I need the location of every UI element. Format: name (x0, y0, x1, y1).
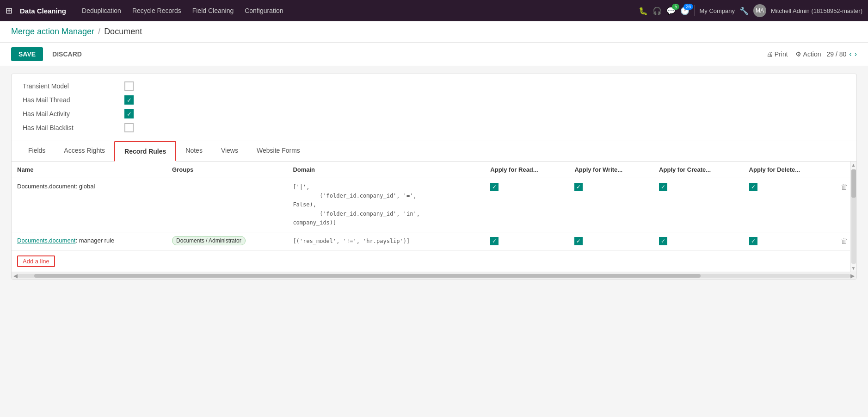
col-apply-delete: Apply for Delete... (744, 162, 832, 178)
row1-domain-text: ['|', ('folder_id.company_id', '=', Fals… (293, 184, 420, 226)
row2-delete-icon[interactable]: 🗑 (838, 236, 851, 246)
nav-links: Deduplication Recycle Records Field Clea… (77, 5, 631, 16)
has-mail-thread-label: Has Mail Thread (23, 96, 124, 104)
tab-views[interactable]: Views (212, 141, 247, 162)
has-mail-activity-label: Has Mail Activity (23, 110, 124, 118)
tab-website-forms[interactable]: Website Forms (247, 141, 309, 162)
chat-badge-wrap[interactable]: 💬 5 (666, 6, 676, 15)
save-button[interactable]: SAVE (11, 47, 43, 61)
hscroll-thumb[interactable] (34, 274, 701, 278)
row2-read-checkbox[interactable]: ✓ (490, 237, 499, 245)
vscroll-up[interactable]: ▲ (850, 162, 856, 168)
row1-write: ✓ (569, 178, 653, 232)
row1-write-checkbox[interactable]: ✓ (574, 183, 583, 191)
col-domain: Domain (287, 162, 485, 178)
apps-grid-icon[interactable]: ⊞ (6, 6, 12, 16)
add-line-row: Add a line (12, 251, 856, 272)
row2-name: Documents.document: manager rule (12, 232, 166, 250)
wrench-icon[interactable]: 🔧 (739, 6, 749, 15)
transient-model-checkbox[interactable] (124, 81, 134, 91)
bug-icon[interactable]: 🐛 (639, 6, 648, 15)
row2-groups-badge[interactable]: Documents / Administrator (172, 236, 246, 245)
vscroll-thumb[interactable] (851, 169, 856, 198)
tab-fields[interactable]: Fields (19, 141, 55, 162)
has-mail-blacklist-checkbox[interactable] (124, 123, 134, 132)
table-header-row: Name Groups Domain Apply for Read... App… (12, 162, 856, 178)
vscroll-track[interactable] (851, 169, 856, 264)
tab-record-rules[interactable]: Record Rules (114, 141, 176, 162)
row1-delete: ✓ (744, 178, 832, 232)
row2-write: ✓ (569, 232, 653, 250)
field-has-mail-thread: Has Mail Thread ✓ (23, 95, 845, 105)
top-navigation: ⊞ Data Cleaning Deduplication Recycle Re… (0, 0, 868, 21)
nav-field-cleaning[interactable]: Field Cleaning (188, 5, 239, 16)
row2-delete: ✓ (744, 232, 832, 250)
tab-notes[interactable]: Notes (176, 141, 212, 162)
breadcrumb-separator: / (98, 27, 100, 37)
nav-configuration[interactable]: Configuration (240, 5, 288, 16)
row2-read: ✓ (485, 232, 569, 250)
row2-create-checkbox[interactable]: ✓ (659, 237, 667, 245)
form-section: Transient Model Has Mail Thread ✓ Has Ma… (12, 74, 856, 141)
field-has-mail-blacklist: Has Mail Blacklist (23, 123, 845, 132)
row1-name-text: Documents.document: global (17, 183, 95, 190)
avatar[interactable]: MA (753, 4, 766, 17)
has-mail-blacklist-label: Has Mail Blacklist (23, 124, 124, 131)
pager: 29 / 80 ‹ › (827, 50, 857, 58)
discard-button[interactable]: DISCARD (49, 47, 86, 61)
pager-next[interactable]: › (855, 50, 857, 58)
row1-create-checkbox[interactable]: ✓ (659, 183, 667, 191)
row2-domain: [('res_model', '!=', 'hr.payslip')] (287, 232, 485, 250)
row1-name: Documents.document: global (12, 178, 166, 232)
has-mail-thread-checkbox[interactable]: ✓ (124, 95, 134, 105)
row1-read-checkbox[interactable]: ✓ (490, 183, 499, 191)
horizontal-scrollbar[interactable]: ◀ ▶ (12, 272, 856, 279)
row1-create: ✓ (653, 178, 743, 232)
tabs: Fields Access Rights Record Rules Notes … (12, 141, 856, 162)
field-transient-model: Transient Model (23, 81, 845, 91)
toolbar: SAVE DISCARD 🖨 Print ⚙ Action 29 / 80 ‹ … (0, 43, 868, 66)
has-mail-activity-checkbox[interactable]: ✓ (124, 109, 134, 118)
app-name: Data Cleaning (20, 7, 66, 15)
nav-recycle-records[interactable]: Recycle Records (128, 5, 186, 16)
add-line-button[interactable]: Add a line (17, 255, 55, 267)
headset-icon[interactable]: 🎧 (653, 6, 662, 15)
row2-name-suffix: : manager rule (75, 237, 114, 244)
row1-delete-checkbox[interactable]: ✓ (749, 183, 757, 191)
transient-model-label: Transient Model (23, 82, 124, 90)
row2-name-link[interactable]: Documents.document (17, 237, 75, 244)
vertical-scrollbar[interactable]: ▲ ▼ (850, 162, 856, 272)
clock-badge: 36 (683, 4, 693, 10)
user-name[interactable]: Mitchell Admin (18158952-master) (771, 7, 862, 14)
nav-deduplication[interactable]: Deduplication (77, 5, 126, 16)
company-name[interactable]: My Company (699, 7, 735, 14)
row2-create: ✓ (653, 232, 743, 250)
clock-badge-wrap[interactable]: 🕐 36 (680, 6, 689, 15)
hscroll-right[interactable]: ▶ (850, 273, 855, 279)
action-button[interactable]: ⚙ Action (795, 50, 821, 58)
hscroll-left[interactable]: ◀ (13, 273, 18, 279)
hscroll-track[interactable] (18, 274, 850, 278)
table-row: Documents.document: global ['|', ('folde… (12, 178, 856, 232)
print-button[interactable]: 🖨 Print (766, 50, 788, 58)
print-icon: 🖨 (766, 50, 773, 58)
breadcrumb-current: Document (104, 27, 142, 37)
chat-badge: 5 (672, 4, 679, 10)
row1-groups (166, 178, 287, 232)
row1-delete-icon[interactable]: 🗑 (838, 182, 851, 192)
row2-delete-checkbox[interactable]: ✓ (749, 237, 757, 245)
pager-prev[interactable]: ‹ (849, 50, 851, 58)
add-line-cell: Add a line (12, 251, 856, 272)
row2-write-checkbox[interactable]: ✓ (574, 237, 583, 245)
vscroll-down[interactable]: ▼ (850, 265, 856, 272)
field-has-mail-activity: Has Mail Activity ✓ (23, 109, 845, 118)
table-row: Documents.document: manager rule Documen… (12, 232, 856, 250)
toolbar-actions: 🖨 Print ⚙ Action (766, 50, 821, 58)
tab-access-rights[interactable]: Access Rights (55, 141, 114, 162)
main-content: Transient Model Has Mail Thread ✓ Has Ma… (11, 74, 857, 280)
record-rules-table: Name Groups Domain Apply for Read... App… (12, 162, 856, 279)
pager-text: 29 / 80 (827, 50, 847, 58)
breadcrumb: Merge action Manager / Document (0, 21, 868, 43)
row2-groups: Documents / Administrator (166, 232, 287, 250)
breadcrumb-parent[interactable]: Merge action Manager (11, 27, 94, 37)
